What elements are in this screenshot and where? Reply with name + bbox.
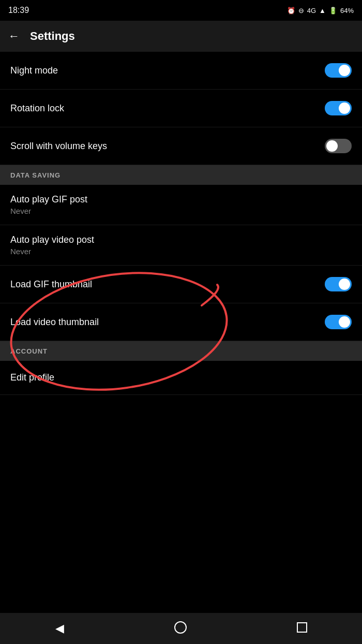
load-video-thumbnail-knob <box>339 316 350 328</box>
nav-home-circle-icon <box>174 621 187 634</box>
night-mode-toggle[interactable] <box>325 63 352 78</box>
setting-item-scroll-volume[interactable]: Scroll with volume keys <box>0 127 362 165</box>
setting-item-rotation-lock[interactable]: Rotation lock <box>0 90 362 127</box>
autoplay-gif-label: Auto play GIF post <box>10 194 87 205</box>
status-time: 18:39 <box>8 6 29 15</box>
nav-home-button[interactable] <box>174 621 187 636</box>
scroll-volume-knob <box>326 140 338 152</box>
load-video-thumbnail-toggle[interactable] <box>325 315 352 329</box>
section-header-account: ACCOUNT <box>0 341 362 361</box>
section-header-data-saving: DATA SAVING <box>0 165 362 185</box>
nav-bar: ◀ <box>0 613 362 644</box>
load-video-thumbnail-label: Load video thumbnail <box>10 317 99 328</box>
status-icons: ⏰ ⊖ 4G ▲ 🔋 64% <box>287 7 354 14</box>
nav-recent-button[interactable] <box>297 622 307 635</box>
settings-list: Night mode Rotation lock Scroll with vol… <box>0 52 362 395</box>
setting-item-load-gif-thumbnail[interactable]: Load GIF thumbnail <box>0 266 362 303</box>
scroll-volume-toggle[interactable] <box>325 139 352 153</box>
section-header-account-label: ACCOUNT <box>10 347 48 355</box>
status-bar: 18:39 ⏰ ⊖ 4G ▲ 🔋 64% <box>0 0 362 21</box>
top-bar: ← Settings <box>0 21 362 52</box>
setting-item-night-mode[interactable]: Night mode <box>0 52 362 90</box>
rotation-lock-label: Rotation lock <box>10 103 64 114</box>
setting-item-autoplay-video[interactable]: Auto play video post Never <box>0 225 362 266</box>
alarm-icon: ⏰ <box>287 7 295 14</box>
load-gif-thumbnail-toggle[interactable] <box>325 277 352 291</box>
edit-profile-label: Edit profile <box>10 372 54 383</box>
nav-back-button[interactable]: ◀ <box>55 622 64 635</box>
setting-item-edit-profile[interactable]: Edit profile <box>0 361 362 395</box>
autoplay-video-value: Never <box>10 247 31 256</box>
battery-percent: 64% <box>340 7 354 14</box>
autoplay-video-label: Auto play video post <box>10 235 94 245</box>
setting-item-load-video-thumbnail[interactable]: Load video thumbnail <box>0 303 362 341</box>
rotation-lock-toggle[interactable] <box>325 101 352 115</box>
dnd-icon: ⊖ <box>298 7 304 14</box>
rotation-lock-knob <box>339 103 350 114</box>
load-gif-thumbnail-knob <box>339 279 350 290</box>
load-gif-thumbnail-label: Load GIF thumbnail <box>10 279 92 290</box>
setting-item-autoplay-gif[interactable]: Auto play GIF post Never <box>0 185 362 225</box>
signal-icon: ▲ <box>319 7 326 14</box>
page-title: Settings <box>30 30 75 43</box>
back-button[interactable]: ← <box>8 30 20 43</box>
battery-icon: 🔋 <box>329 7 337 14</box>
autoplay-gif-value: Never <box>10 207 31 215</box>
section-header-data-saving-label: DATA SAVING <box>10 171 61 179</box>
nav-recent-square-icon <box>297 622 307 633</box>
scroll-volume-label: Scroll with volume keys <box>10 141 107 152</box>
network-label: 4G <box>307 7 316 14</box>
night-mode-label: Night mode <box>10 65 58 76</box>
night-mode-knob <box>339 65 350 76</box>
